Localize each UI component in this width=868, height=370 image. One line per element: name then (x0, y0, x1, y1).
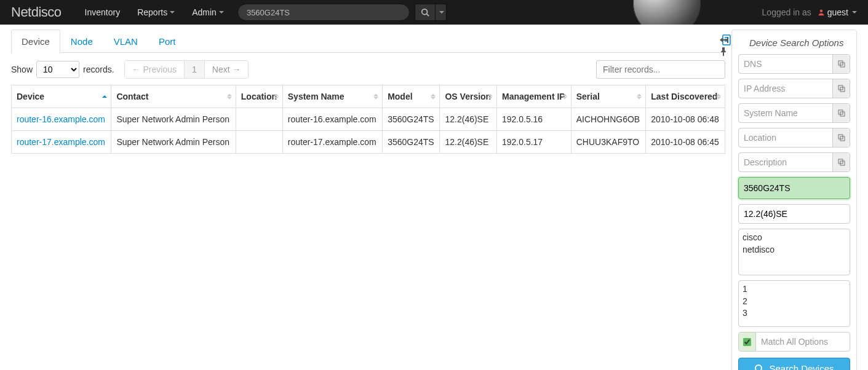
col-model[interactable]: Model (383, 85, 440, 108)
sort-icon (227, 94, 232, 100)
cell-model: 3560G24TS (383, 131, 440, 154)
pager-next[interactable]: Next → (204, 61, 249, 78)
records-label: records. (83, 65, 114, 74)
col-system-name[interactable]: System Name (282, 85, 382, 108)
svg-point-0 (422, 9, 428, 15)
device-link[interactable]: router-17.example.com (17, 137, 105, 147)
copy-icon (838, 85, 845, 92)
nav-reports-label: Reports (137, 7, 167, 17)
copy-button[interactable] (832, 104, 850, 122)
tab-port[interactable]: Port (148, 30, 186, 53)
sort-icon (102, 95, 107, 98)
col-last-disc[interactable]: Last Discovered (646, 85, 725, 108)
cell-location (236, 131, 282, 154)
svg-rect-7 (727, 37, 728, 43)
vendor-listbox[interactable]: cisco netdisco (738, 229, 850, 275)
copy-icon (838, 109, 845, 117)
tab-vlan[interactable]: VLAN (103, 30, 148, 53)
search-split-button[interactable] (436, 4, 447, 21)
nav-inventory[interactable]: Inventory (76, 0, 129, 25)
search-icon (754, 364, 764, 371)
cell-system-name: router-17.example.com (282, 131, 382, 154)
copy-button[interactable] (832, 153, 850, 171)
os-filter-input[interactable] (738, 204, 850, 224)
list-item[interactable]: 2 (743, 296, 846, 308)
number-listbox[interactable]: 1 2 3 (738, 280, 850, 327)
pager: ← Previous 1 Next → (124, 60, 249, 79)
cell-system-name: router-16.example.com (282, 108, 382, 131)
cell-last-disc: 2010-10-08 06:45 (646, 131, 725, 154)
col-mgmt-ip[interactable]: Management IP (496, 85, 571, 108)
sort-icon (716, 94, 721, 100)
search-input[interactable] (237, 4, 410, 21)
search-button[interactable] (415, 4, 436, 21)
copy-button[interactable] (832, 55, 850, 73)
show-label: Show (11, 65, 33, 74)
sort-icon (562, 94, 567, 100)
col-contact[interactable]: Contact (111, 85, 236, 108)
caret-icon (439, 11, 444, 14)
list-item[interactable]: 1 (743, 283, 846, 296)
cell-serial: CHUU3KAF9TO (571, 131, 646, 154)
cell-last-disc: 2010-10-08 06:48 (646, 108, 725, 131)
panel-title: Device Search Options (749, 37, 850, 48)
device-link[interactable]: router-16.example.com (17, 114, 105, 124)
copy-button[interactable] (832, 79, 850, 98)
list-item[interactable]: cisco (743, 232, 846, 244)
sort-icon (431, 94, 436, 100)
nav-reports[interactable]: Reports (129, 0, 183, 25)
copy-icon (838, 159, 845, 166)
sort-icon (274, 94, 279, 100)
sort-icon (488, 94, 493, 100)
search-devices-button[interactable]: Search Devices (738, 358, 850, 370)
list-item[interactable]: netdisco (743, 244, 846, 256)
caret-icon (170, 11, 175, 14)
match-all-row: Match All Options (738, 332, 850, 352)
svg-point-18 (755, 365, 762, 371)
user-menu[interactable]: guest (818, 7, 857, 17)
page-size-select[interactable]: 10 (36, 61, 79, 78)
copy-icon (838, 134, 845, 141)
pager-prev[interactable]: ← Previous (125, 61, 184, 78)
copy-button[interactable] (832, 128, 850, 147)
collapse-icon[interactable] (720, 36, 728, 44)
search-devices-label: Search Devices (769, 363, 834, 370)
user-icon (818, 9, 825, 16)
table-row: router-16.example.com Super Network Admi… (12, 108, 725, 131)
search-icon (421, 8, 429, 17)
nav-admin[interactable]: Admin (183, 0, 233, 25)
sort-icon (637, 94, 642, 100)
model-filter-input[interactable] (738, 177, 850, 199)
svg-line-1 (427, 14, 429, 17)
cell-serial: AICHOHNG6OB (571, 108, 646, 131)
table-row: router-17.example.com Super Network Admi… (12, 131, 725, 154)
pager-page-1[interactable]: 1 (184, 61, 204, 78)
search-tabs: Device Node VLAN Port (11, 30, 725, 53)
nav-admin-label: Admin (192, 7, 217, 17)
login-status-text: Logged in as (762, 7, 811, 17)
cell-os-version: 12.2(46)SE (440, 131, 497, 154)
caret-icon (219, 11, 224, 14)
col-os-version[interactable]: OS Version (440, 85, 497, 108)
pin-icon[interactable] (720, 47, 728, 56)
global-search (237, 4, 447, 21)
cell-location (236, 108, 282, 131)
col-location[interactable]: Location (236, 85, 282, 108)
device-table: Device Contact Location System Name Mode… (11, 85, 725, 154)
user-name: guest (827, 7, 848, 17)
disco-ball-decor (627, 0, 762, 25)
caret-icon (852, 11, 857, 14)
list-item[interactable]: 3 (743, 307, 846, 320)
cell-contact: Super Network Admin Person (111, 131, 236, 154)
match-all-checkbox[interactable] (743, 338, 751, 346)
col-serial[interactable]: Serial (571, 85, 646, 108)
table-controls: Show 10 records. ← Previous 1 Next → (11, 60, 725, 79)
col-device[interactable]: Device (12, 85, 111, 108)
tab-node[interactable]: Node (60, 30, 103, 53)
cell-contact: Super Network Admin Person (111, 108, 236, 131)
navbar: Netdisco Inventory Reports Admin Logged … (0, 0, 868, 25)
tab-device[interactable]: Device (11, 30, 60, 53)
filter-input[interactable] (596, 60, 725, 79)
cell-mgmt-ip: 192.0.5.17 (496, 131, 571, 154)
copy-icon (838, 60, 845, 68)
